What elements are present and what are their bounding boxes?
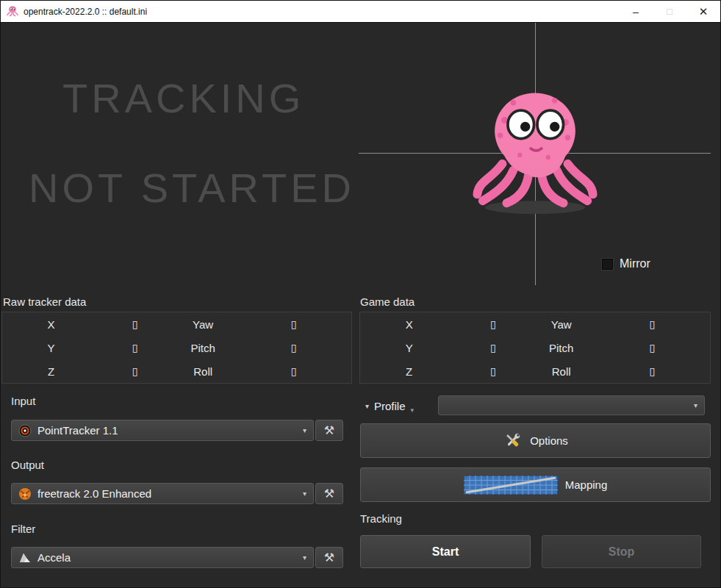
filter-selected-value: Accela <box>37 551 297 564</box>
table-row: Y ▯ Pitch ▯ <box>360 336 710 359</box>
axis-value: ▯ <box>100 342 170 354</box>
axis-label: Pitch <box>170 342 236 354</box>
table-row: X ▯ Yaw ▯ <box>360 312 710 336</box>
tools-icon <box>503 431 523 451</box>
mapping-label: Mapping <box>565 478 608 491</box>
output-selected-value: freetrack 2.0 Enhanced <box>37 487 297 500</box>
table-row: X ▯ Yaw ▯ <box>2 312 351 336</box>
options-button[interactable]: Options <box>360 423 711 458</box>
octopus-logo-image <box>470 86 600 223</box>
axis-label: Y <box>2 342 100 354</box>
close-button[interactable]: ✕ <box>686 1 720 22</box>
input-settings-button[interactable]: ⚒ <box>315 420 343 441</box>
main-content: TRACKING NOT STARTED <box>1 23 720 587</box>
accela-icon <box>18 551 32 564</box>
axis-label: X <box>360 318 458 331</box>
axis-value: ▯ <box>595 365 710 377</box>
axis-label: Pitch <box>528 342 594 354</box>
chevron-down-icon: ▾ <box>694 401 697 409</box>
app-window: opentrack-2022.2.0 :: default.ini – □ ✕ … <box>0 0 721 588</box>
mapping-button[interactable]: Mapping <box>360 467 711 502</box>
table-row: Z ▯ Roll ▯ <box>2 359 351 383</box>
axis-label: X <box>2 318 100 331</box>
options-label: Options <box>530 434 568 447</box>
axis-label: Roll <box>528 365 594 378</box>
axis-value: ▯ <box>100 365 170 377</box>
window-controls: – □ ✕ <box>619 1 720 22</box>
axis-value: ▯ <box>236 365 351 377</box>
tracking-watermark-line2: NOT STARTED <box>29 164 355 212</box>
input-tracker-select[interactable]: PointTracker 1.1 ▾ <box>11 420 314 441</box>
stop-button[interactable]: Stop <box>542 535 701 568</box>
mapping-curve-icon <box>464 476 558 495</box>
output-section-label: Output <box>11 459 44 471</box>
raw-data-title: Raw tracker data <box>3 295 86 308</box>
axis-value: ▯ <box>236 342 351 354</box>
mirror-checkbox[interactable] <box>602 259 613 270</box>
profile-menu-button[interactable]: ▾ Profile ▾ <box>365 396 414 415</box>
hammer-icon: ⚒ <box>324 487 334 501</box>
axis-value: ▯ <box>458 318 528 330</box>
axis-label: Roll <box>170 365 236 378</box>
mirror-control: Mirror <box>602 257 650 270</box>
game-data-title: Game data <box>360 295 415 308</box>
caret-down-icon: ▾ <box>411 406 415 415</box>
axis-value: ▯ <box>100 318 170 330</box>
tracking-watermark-line1: TRACKING <box>62 74 304 122</box>
hammer-icon: ⚒ <box>324 551 334 564</box>
axis-label: Y <box>360 342 458 354</box>
chevron-down-icon: ▾ <box>303 553 306 562</box>
window-titlebar[interactable]: opentrack-2022.2.0 :: default.ini – □ ✕ <box>1 1 720 23</box>
start-button[interactable]: Start <box>360 535 531 568</box>
stop-label: Stop <box>609 545 635 559</box>
axis-label: Z <box>360 365 458 378</box>
axis-label: Yaw <box>528 318 594 331</box>
mirror-label: Mirror <box>620 257 650 270</box>
axis-label: Yaw <box>170 318 236 331</box>
profile-label: Profile <box>374 400 406 412</box>
table-row: Y ▯ Pitch ▯ <box>2 336 351 359</box>
maximize-button[interactable]: □ <box>653 1 686 22</box>
hammer-icon: ⚒ <box>324 423 334 437</box>
input-selected-value: PointTracker 1.1 <box>37 424 297 437</box>
axis-value: ▯ <box>595 342 710 354</box>
minimize-button[interactable]: – <box>619 1 653 22</box>
pointtracker-icon <box>18 424 32 437</box>
raw-data-table: X ▯ Yaw ▯ Y ▯ Pitch ▯ Z ▯ Roll ▯ <box>1 312 352 384</box>
chevron-down-icon: ▾ <box>303 490 306 498</box>
start-label: Start <box>432 545 459 559</box>
profile-select[interactable]: ▾ <box>438 395 705 415</box>
filter-section-label: Filter <box>11 523 35 535</box>
axis-value: ▯ <box>458 365 528 377</box>
chevron-down-icon: ▾ <box>365 402 369 410</box>
chevron-down-icon: ▾ <box>303 426 306 434</box>
output-protocol-select[interactable]: freetrack 2.0 Enhanced ▾ <box>11 483 314 504</box>
input-section-label: Input <box>11 395 35 407</box>
axis-label: Z <box>2 365 100 378</box>
filter-select[interactable]: Accela ▾ <box>11 547 314 568</box>
axis-value: ▯ <box>458 342 528 354</box>
tracking-section-label: Tracking <box>360 512 402 525</box>
octopus-app-icon <box>7 5 18 18</box>
table-row: Z ▯ Roll ▯ <box>360 359 710 383</box>
output-settings-button[interactable]: ⚒ <box>315 483 343 504</box>
axis-value: ▯ <box>236 318 351 330</box>
freetrack-icon <box>18 487 32 501</box>
window-title: opentrack-2022.2.0 :: default.ini <box>24 7 614 17</box>
axis-value: ▯ <box>595 318 710 330</box>
filter-settings-button[interactable]: ⚒ <box>315 547 343 568</box>
game-data-table: X ▯ Yaw ▯ Y ▯ Pitch ▯ Z ▯ Roll ▯ <box>359 312 711 384</box>
